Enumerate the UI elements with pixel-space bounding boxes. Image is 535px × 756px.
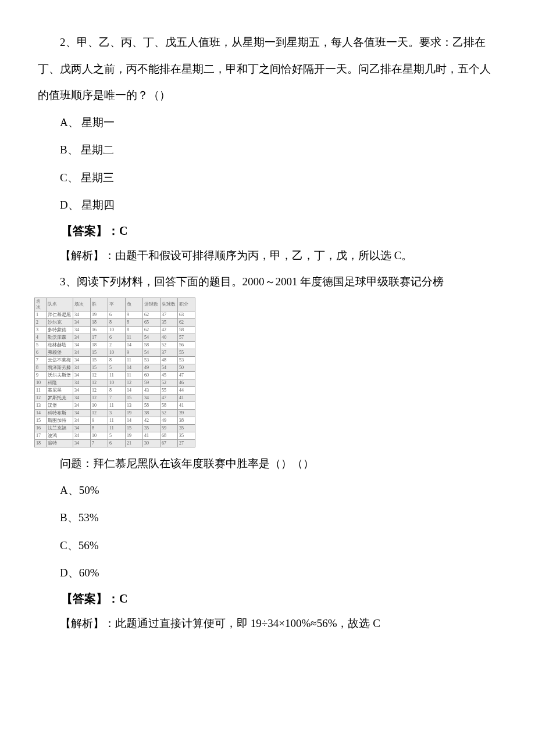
table-cell: 12: [91, 394, 108, 402]
table-row: 11慕尼黑3412814435544: [35, 386, 195, 394]
document-page: 2、甲、乙、丙、丁、戊五人值班，从星期一到星期五，每人各值班一天。要求：乙排在丁…: [0, 0, 535, 660]
q2-answer: 【答案】：C: [38, 219, 497, 242]
table-cell: 35: [160, 318, 178, 326]
q3-question: 问题：拜仁慕尼黑队在该年度联赛中胜率是（）（）: [38, 451, 497, 476]
table-cell: 39: [178, 409, 195, 417]
table-cell: 18: [35, 439, 47, 447]
table-row: 15斯图加特3491114424938: [35, 417, 195, 424]
table-cell: 34: [73, 334, 91, 341]
table-row: 4勒沃库森3417611544057: [35, 334, 195, 341]
q2-answer-label: 【答案】：: [61, 224, 119, 237]
table-row: 13汉堡34101113585841: [35, 402, 195, 409]
table-cell: 多特蒙德: [47, 326, 73, 334]
q2-option-c: C、 星期三: [38, 164, 497, 192]
table-cell: 12: [91, 386, 108, 394]
table-cell: 斯图加特: [47, 417, 73, 424]
table-cell: 15: [91, 356, 108, 364]
table-row: 2沙尔克341888653562: [35, 318, 195, 326]
table-cell: 40: [160, 334, 178, 341]
table-cell: 34: [73, 402, 91, 409]
table-cell: 35: [143, 424, 160, 432]
th-team: 队名: [47, 298, 73, 311]
table-cell: 8: [126, 326, 143, 334]
table-cell: 12: [126, 379, 143, 386]
table-cell: 38: [178, 417, 195, 424]
table-cell: 34: [73, 417, 91, 424]
table-cell: 9: [126, 349, 143, 356]
table-row: 6弗赖堡3415109543755: [35, 349, 195, 356]
table-cell: 59: [143, 379, 160, 386]
table-row: 14科特布斯3412319385239: [35, 409, 195, 417]
th-games: 场次: [73, 298, 91, 311]
table-cell: 47: [178, 371, 195, 379]
table-cell: 汉堡: [47, 402, 73, 409]
table-cell: 35: [178, 424, 195, 432]
table-cell: 54: [143, 334, 160, 341]
table-cell: 48: [160, 356, 178, 364]
table-cell: 3: [108, 409, 126, 417]
table-cell: 52: [160, 341, 178, 349]
table-row: 3多特蒙德3416108624258: [35, 326, 195, 334]
table-row: 18翁特347621306727: [35, 439, 195, 447]
table-cell: 法兰克福: [47, 424, 73, 432]
table-cell: 56: [178, 341, 195, 349]
table-cell: 34: [73, 371, 91, 379]
th-rank: 名次: [35, 298, 47, 311]
table-cell: 10: [108, 349, 126, 356]
th-lose: 负: [126, 298, 143, 311]
league-table: 名次 队名 场次 胜 平 负 进球数 失球数 积分 1拜仁慕尼黑34196962…: [34, 298, 195, 447]
table-cell: 9: [91, 417, 108, 424]
table-cell: 52: [160, 409, 178, 417]
table-cell: 65: [143, 318, 160, 326]
table-cell: 10: [35, 379, 47, 386]
table-cell: 34: [73, 424, 91, 432]
table-cell: 46: [178, 379, 195, 386]
table-cell: 34: [73, 432, 91, 439]
table-cell: 18: [91, 341, 108, 349]
table-cell: 34: [73, 349, 91, 356]
q3-answer-label: 【答案】：: [61, 592, 119, 605]
table-cell: 2: [35, 318, 47, 326]
table-cell: 54: [160, 364, 178, 371]
table-cell: 62: [178, 318, 195, 326]
table-cell: 7: [35, 356, 47, 364]
table-row: 17波鸿3410519416835: [35, 432, 195, 439]
table-row: 8凯泽斯劳滕3415514495450: [35, 364, 195, 371]
table-cell: 16: [35, 424, 47, 432]
table-cell: 63: [178, 311, 195, 318]
table-cell: 67: [160, 439, 178, 447]
table-cell: 1: [35, 311, 47, 318]
q2-option-a: A、 星期一: [38, 109, 497, 137]
table-cell: 34: [73, 364, 91, 371]
table-cell: 6: [35, 349, 47, 356]
table-cell: 47: [160, 394, 178, 402]
table-cell: 58: [178, 326, 195, 334]
table-cell: 5: [108, 432, 126, 439]
table-cell: 13: [126, 402, 143, 409]
table-cell: 34: [73, 439, 91, 447]
table-row: 7云达不莱梅3415811534853: [35, 356, 195, 364]
th-win: 胜: [91, 298, 108, 311]
table-cell: 11: [108, 402, 126, 409]
table-cell: 12: [35, 394, 47, 402]
table-cell: 10: [108, 379, 126, 386]
table-cell: 4: [35, 334, 47, 341]
th-draw: 平: [108, 298, 126, 311]
table-cell: 14: [126, 341, 143, 349]
table-cell: 41: [178, 394, 195, 402]
table-cell: 凯泽斯劳滕: [47, 364, 73, 371]
th-ga: 失球数: [160, 298, 178, 311]
table-cell: 34: [73, 386, 91, 394]
table-cell: 9: [126, 311, 143, 318]
table-cell: 8: [35, 364, 47, 371]
table-cell: 勒沃库森: [47, 334, 73, 341]
table-cell: 科隆: [47, 379, 73, 386]
table-cell: 34: [73, 356, 91, 364]
table-cell: 60: [143, 371, 160, 379]
q3-option-d: D、60%: [38, 559, 497, 587]
table-cell: 8: [126, 318, 143, 326]
table-cell: 11: [126, 356, 143, 364]
table-row: 12罗斯托克3412715344741: [35, 394, 195, 402]
league-table-head: 名次 队名 场次 胜 平 负 进球数 失球数 积分: [35, 298, 195, 311]
table-cell: 11: [108, 417, 126, 424]
